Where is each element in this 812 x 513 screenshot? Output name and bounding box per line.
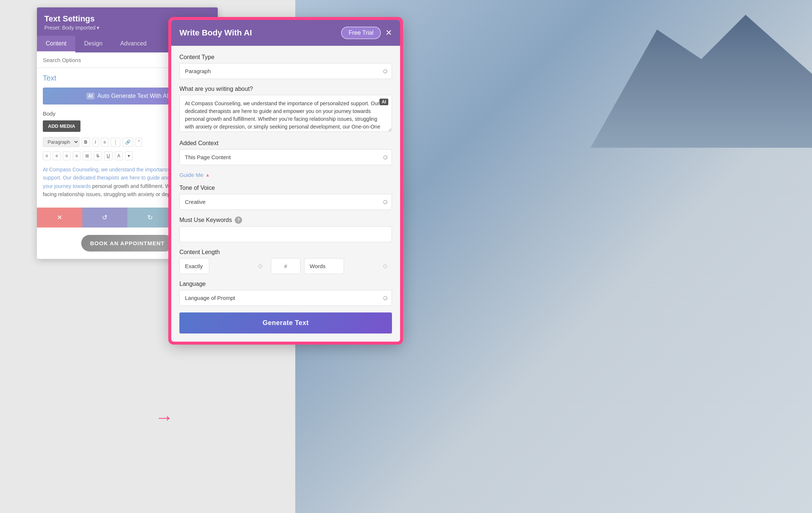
content-type-group: Content Type Paragraph List Heading ⬡ [179, 54, 392, 79]
paragraph-select[interactable]: Paragraph [43, 137, 79, 147]
guide-me-arrow-icon: ▲ [205, 172, 210, 178]
keywords-group: Must Use Keywords ? [179, 216, 392, 242]
align-justify-button[interactable]: ≡ [73, 151, 80, 160]
modal-header: Write Body With AI Free Trial ✕ [171, 20, 400, 46]
tone-select[interactable]: Creative Professional Casual [179, 194, 392, 210]
language-select-wrapper: Language of Prompt English Spanish ⬡ [179, 290, 392, 306]
italic-button[interactable]: I [92, 138, 99, 147]
tab-advanced[interactable]: Advanced [111, 36, 155, 52]
panel-subtitle: Preset: Body imported ▾ [44, 25, 99, 31]
tone-label: Tone of Voice [179, 185, 392, 191]
added-context-group: Added Context This Page Content None Cus… [179, 140, 392, 165]
content-length-group: Content Length Exactly At least At most … [179, 249, 392, 274]
link-button[interactable]: 🔗 [123, 138, 133, 147]
color-button[interactable]: A [115, 151, 123, 160]
book-appointment-button[interactable]: BOOK AN APPOINTMENT [81, 235, 173, 252]
content-type-label: Content Type [179, 54, 392, 61]
words-select[interactable]: Words Sentences Paragraphs [304, 258, 344, 274]
guide-me-link[interactable]: Guide Me ▲ [179, 172, 392, 178]
modal-body: Content Type Paragraph List Heading ⬡ Wh… [171, 46, 400, 342]
exactly-select-wrapper: Exactly At least At most [179, 258, 267, 274]
content-length-label: Content Length [179, 249, 392, 256]
strikethrough-button[interactable]: S̶ [94, 151, 102, 160]
language-select[interactable]: Language of Prompt English Spanish [179, 290, 392, 306]
ai-modal-wrapper: Write Body With AI Free Trial ✕ Content … [170, 18, 402, 343]
generate-text-button[interactable]: Generate Text [179, 312, 392, 334]
ul-button[interactable]: ≡ [101, 138, 109, 147]
mountain-bg [591, 0, 812, 148]
quote-button[interactable]: " [135, 138, 142, 147]
ai-modal: Write Body With AI Free Trial ✕ Content … [171, 20, 400, 342]
section-title: Text [43, 74, 56, 82]
tone-group: Tone of Voice Creative Professional Casu… [179, 185, 392, 210]
panel-title: Text Settings [44, 14, 99, 24]
modal-close-button[interactable]: ✕ [385, 29, 392, 37]
words-select-wrapper: Words Sentences Paragraphs [304, 258, 392, 274]
modal-header-right: Free Trial ✕ [341, 27, 392, 39]
writing-about-textarea-wrapper: At Compass Counseling, we understand the… [179, 95, 392, 133]
free-trial-badge[interactable]: Free Trial [341, 27, 381, 39]
content-type-select[interactable]: Paragraph List Heading [179, 63, 392, 79]
writing-about-group: What are you writing about? At Compass C… [179, 86, 392, 133]
keywords-help-icon[interactable]: ? [235, 216, 242, 224]
keywords-label: Must Use Keywords [179, 217, 232, 223]
added-context-select-wrapper: This Page Content None Custom ⬡ [179, 149, 392, 165]
tab-design[interactable]: Design [75, 36, 111, 52]
added-context-label: Added Context [179, 140, 392, 147]
length-number-input[interactable] [271, 258, 300, 274]
keywords-label-row: Must Use Keywords ? [179, 216, 392, 224]
ol-button[interactable]: ⋮ [111, 138, 120, 147]
language-group: Language Language of Prompt English Span… [179, 281, 392, 306]
added-context-select[interactable]: This Page Content None Custom [179, 149, 392, 165]
guide-me-label: Guide Me [179, 172, 203, 178]
content-length-row: Exactly At least At most Words Sentences… [179, 258, 392, 274]
cancel-button[interactable]: ✕ [37, 208, 82, 228]
add-media-button[interactable]: ADD MEDIA [43, 120, 80, 132]
tone-select-wrapper: Creative Professional Casual ⬡ [179, 194, 392, 210]
align-right-button[interactable]: ≡ [63, 151, 70, 160]
exactly-select[interactable]: Exactly At least At most [179, 258, 209, 274]
writing-about-textarea[interactable]: At Compass Counseling, we understand the… [179, 95, 392, 132]
ai-generate-label: Auto Generate Text With AI [97, 93, 169, 99]
bold-button[interactable]: B [82, 138, 90, 147]
align-center-button[interactable]: ≡ [53, 151, 61, 160]
content-type-select-wrapper: Paragraph List Heading ⬡ [179, 63, 392, 79]
writing-about-label: What are you writing about? [179, 86, 392, 92]
table-button[interactable]: ⊞ [83, 151, 92, 160]
ai-badge: AI [86, 93, 94, 99]
more-format-button[interactable]: ▾ [125, 151, 133, 160]
pink-arrow: → [155, 407, 173, 428]
redo-button[interactable]: ↻ [127, 208, 173, 228]
undo-button[interactable]: ↺ [82, 208, 128, 228]
keywords-input[interactable] [179, 226, 392, 242]
align-left-button[interactable]: ≡ [43, 151, 51, 160]
tab-content[interactable]: Content [37, 36, 75, 52]
language-label: Language [179, 281, 392, 287]
underline-button[interactable]: U [104, 151, 113, 160]
modal-title: Write Body With AI [179, 28, 252, 38]
ai-corner-badge: AI [379, 99, 388, 105]
